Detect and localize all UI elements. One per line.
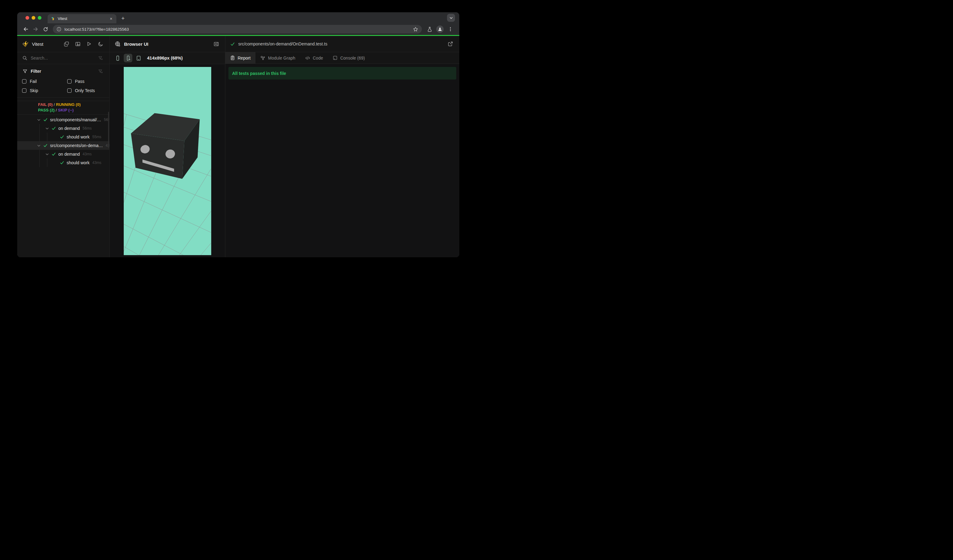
tested-page-viewport[interactable] <box>124 67 211 255</box>
dock-panel-right-icon[interactable] <box>212 40 220 48</box>
chevron-down-icon[interactable] <box>45 152 49 156</box>
all-passed-text: All tests passed in this file <box>232 71 286 76</box>
only-tests-checkbox[interactable] <box>67 88 71 93</box>
tab-code[interactable]: Code <box>300 52 328 64</box>
clear-filter-icon[interactable] <box>96 67 104 75</box>
tab-report[interactable]: Report <box>225 52 255 64</box>
tab-console[interactable]: Console (69) <box>328 52 369 64</box>
pass-check-icon <box>43 118 48 122</box>
tab-strip: Vitest × + <box>17 12 459 23</box>
browser-ui-title: Browser UI <box>124 42 148 47</box>
file-pass-check-icon <box>230 42 235 47</box>
report-tabs: Report Module Graph Code <box>225 52 459 64</box>
report-icon <box>230 56 235 60</box>
chevron-down-icon[interactable] <box>45 127 49 130</box>
pass-count: PASS (2) <box>38 108 55 112</box>
module-graph-icon <box>260 56 265 60</box>
browser-ui-header: Browser UI <box>110 36 225 52</box>
test-suite-row[interactable]: on demand 56ms <box>40 124 109 133</box>
back-button[interactable] <box>21 24 31 34</box>
chevron-down-icon[interactable] <box>37 118 41 122</box>
test-suite-row[interactable]: on demand 43ms <box>40 150 109 158</box>
tab-search-chevron-button[interactable] <box>447 14 455 22</box>
test-tree: src/components/manual/… 56ms on demand 5… <box>17 115 109 257</box>
browser-ui-panel: Browser UI 414x896px (68%) <box>110 36 225 257</box>
browser-preview-area <box>110 64 225 257</box>
all-passed-banner: All tests passed in this file <box>228 67 456 79</box>
skip-checkbox[interactable] <box>22 88 26 93</box>
site-info-icon[interactable] <box>56 27 61 32</box>
collapse-panels-icon[interactable] <box>62 40 70 48</box>
traffic-lights <box>25 16 42 20</box>
test-file-row[interactable]: src/components/manual/… 56ms <box>17 115 109 124</box>
filter-title: Filter <box>31 69 41 74</box>
clear-search-filter-icon[interactable] <box>96 54 104 62</box>
test-file-row-selected[interactable]: src/components/on-dema… 43ms <box>17 141 109 150</box>
open-external-icon[interactable] <box>446 40 455 48</box>
tab-title: Vitest <box>58 17 107 21</box>
report-content: All tests passed in this file <box>225 64 459 257</box>
browser-tab[interactable]: Vitest × <box>48 14 116 23</box>
summary-line-2: PASS (2) / SKIP (--) <box>38 107 109 113</box>
test-summary: FAIL (0) / RUNNING (0) PASS (2) / SKIP (… <box>17 101 109 115</box>
test-case-row[interactable]: should work 55ms <box>47 133 109 141</box>
device-tablet-icon[interactable] <box>134 54 143 62</box>
pass-check-icon <box>60 161 64 165</box>
filter-option-skip[interactable]: Skip <box>22 87 67 94</box>
viewport-size-label[interactable]: 414x896px (68%) <box>147 56 183 60</box>
filter-option-fail[interactable]: Fail <box>22 78 67 84</box>
search-icon <box>22 54 28 62</box>
skip-count: SKIP (--) <box>58 108 74 112</box>
open-file-path[interactable]: src/components/on-demand/OnDemand.test.t… <box>238 42 327 47</box>
tab-module-graph[interactable]: Module Graph <box>255 52 300 64</box>
browser-toolbar: localhost:5173/#/?file=1828625563 <box>17 23 459 35</box>
close-window-button[interactable] <box>25 16 29 20</box>
funnel-icon <box>22 67 28 75</box>
url-bar[interactable]: localhost:5173/#/?file=1828625563 <box>53 25 422 34</box>
console-icon <box>333 56 337 60</box>
vitest-ui: Vitest <box>17 36 459 257</box>
filter-option-only-tests[interactable]: Only Tests <box>67 87 104 94</box>
device-toolbar: 414x896px (68%) <box>110 52 225 64</box>
sidebar: Vitest <box>17 36 110 257</box>
maximize-window-button[interactable] <box>38 16 42 20</box>
profile-avatar[interactable] <box>435 24 445 34</box>
pass-checkbox[interactable] <box>67 79 71 84</box>
bookmark-star-icon[interactable] <box>413 27 418 32</box>
reload-button[interactable] <box>40 24 50 34</box>
minimize-window-button[interactable] <box>32 16 35 20</box>
sidebar-title: Vitest <box>32 42 43 47</box>
globe-icon <box>115 40 121 48</box>
search-row <box>17 52 109 64</box>
sidebar-header: Vitest <box>17 36 109 52</box>
experiments-flask-icon[interactable] <box>424 24 435 34</box>
report-panel: src/components/on-demand/OnDemand.test.t… <box>225 36 459 257</box>
pass-check-icon <box>51 152 56 156</box>
dark-mode-moon-icon[interactable] <box>96 40 104 48</box>
url-text[interactable]: localhost:5173/#/?file=1828625563 <box>64 27 410 32</box>
pass-check-icon <box>51 126 56 130</box>
browser-menu-kebab-icon[interactable] <box>445 24 456 34</box>
new-tab-button[interactable]: + <box>120 15 126 22</box>
dashboard-icon[interactable] <box>74 40 82 48</box>
vitest-favicon-icon <box>51 17 55 21</box>
report-header: src/components/on-demand/OnDemand.test.t… <box>225 36 459 52</box>
run-all-play-icon[interactable] <box>85 40 93 48</box>
device-phone-plus-icon[interactable] <box>124 54 132 62</box>
tab-close-icon[interactable]: × <box>109 16 113 21</box>
vitest-logo-icon <box>22 41 29 47</box>
fail-count: FAIL (0) <box>38 102 53 107</box>
chevron-down-icon[interactable] <box>37 144 41 148</box>
browser-window: Vitest × + localhost:5173/#/?file=182862… <box>17 12 459 257</box>
summary-line-1: FAIL (0) / RUNNING (0) <box>38 102 109 107</box>
device-phone-small-icon[interactable] <box>113 54 122 62</box>
filter-option-pass[interactable]: Pass <box>67 78 104 84</box>
test-case-row[interactable]: should work 43ms <box>47 158 109 167</box>
sidebar-scrollbar[interactable] <box>108 112 109 148</box>
fail-checkbox[interactable] <box>22 79 26 84</box>
pass-check-icon <box>60 135 64 139</box>
running-count: RUNNING (0) <box>56 102 81 107</box>
search-input[interactable] <box>31 56 93 60</box>
pass-check-icon <box>43 143 48 148</box>
forward-button[interactable] <box>31 24 40 34</box>
